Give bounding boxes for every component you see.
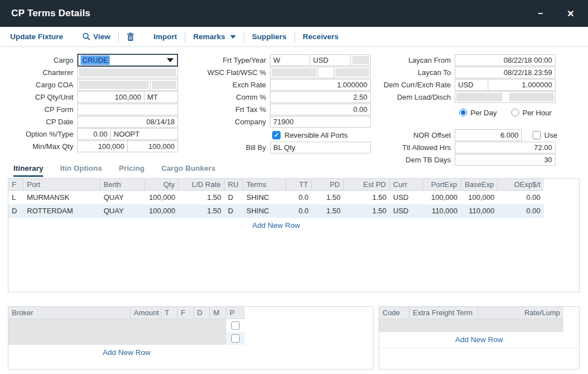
extra-freight-empty-row[interactable] bbox=[379, 319, 563, 332]
company-label: Company bbox=[181, 118, 270, 126]
suppliers-button[interactable]: Suppliers bbox=[252, 32, 287, 41]
cell-baseexp: 100,000 bbox=[461, 191, 498, 204]
cp-unit-field[interactable]: MT bbox=[144, 91, 178, 103]
laycan-to-label: Laycan To bbox=[376, 68, 455, 77]
broker-p-checkbox[interactable] bbox=[231, 334, 240, 343]
col-header-est-pd[interactable]: Est PD bbox=[344, 179, 390, 190]
col-header-m[interactable]: M bbox=[210, 307, 226, 319]
laycan-from-label: Laycan From bbox=[376, 56, 455, 64]
reversible-all-ports-checkbox[interactable]: ✓ bbox=[272, 131, 281, 139]
max-qty-field[interactable]: 100,000 bbox=[127, 141, 178, 152]
itinerary-add-new-row-link[interactable]: Add New Row bbox=[8, 218, 544, 230]
cell-ru: D bbox=[225, 204, 243, 218]
col-header-extra-freight-term[interactable]: Extra Freight Term bbox=[409, 307, 478, 319]
col-header-broker[interactable]: Broker bbox=[8, 307, 130, 319]
frt-curr-field[interactable]: USD bbox=[310, 54, 351, 66]
cell-pd: 1.50 bbox=[312, 204, 344, 218]
broker-row[interactable] bbox=[8, 319, 245, 332]
col-header-amount[interactable]: Amount bbox=[130, 307, 161, 319]
frt-tax-field[interactable]: 0.00 bbox=[270, 104, 371, 115]
update-fixture-button[interactable]: Update Fixture bbox=[10, 32, 63, 41]
broker-row[interactable] bbox=[8, 332, 245, 345]
col-header-code[interactable]: Code bbox=[379, 307, 409, 319]
cell-curr: USD bbox=[390, 191, 423, 204]
dem-tb-days-label: Dem TB Days bbox=[376, 156, 455, 164]
col-header-t[interactable]: T bbox=[161, 307, 178, 319]
col-header-tt[interactable]: TT bbox=[286, 179, 312, 190]
dem-disch-disabled bbox=[509, 93, 554, 101]
col-header-port[interactable]: Port bbox=[24, 179, 100, 190]
cell-portexp: 100,000 bbox=[423, 191, 461, 204]
min-qty-field[interactable]: 100,000 bbox=[77, 141, 128, 152]
remarks-button[interactable]: Remarks bbox=[193, 32, 236, 41]
broker-add-new-row-link[interactable]: Add New Row bbox=[8, 345, 245, 357]
minimize-button[interactable]: – bbox=[528, 0, 553, 27]
cargo-coa-label: Cargo COA bbox=[2, 81, 77, 89]
cell-oexp: 0.00 bbox=[498, 191, 544, 204]
tab-pricing[interactable]: Pricing bbox=[119, 164, 144, 177]
option-type-field[interactable]: NOOPT bbox=[110, 128, 178, 140]
tab-itinerary[interactable]: Itinerary bbox=[13, 164, 43, 177]
option-pct-field[interactable]: 0.00 bbox=[77, 128, 111, 140]
update-fixture-label: Update Fixture bbox=[10, 32, 63, 41]
per-day-radio[interactable] bbox=[459, 109, 467, 116]
dem-curr-field[interactable]: USD bbox=[455, 79, 488, 91]
col-header-baseexp[interactable]: BaseExp bbox=[461, 179, 498, 190]
itinerary-row-rotterdam[interactable]: D ROTTERDAM QUAY 100,000 1.50 D SHINC 0.… bbox=[8, 204, 544, 218]
itinerary-row-murmansk[interactable]: L MURMANSK QUAY 100,000 1.50 D SHINC 0.0… bbox=[8, 191, 544, 204]
col-header-oexp[interactable]: OExp$/t bbox=[498, 179, 544, 190]
search-icon bbox=[82, 32, 91, 41]
col-header-rate-lump[interactable]: Rate/Lump bbox=[478, 307, 563, 319]
cargo-select[interactable]: CRUDE bbox=[77, 54, 178, 67]
comm-pct-field[interactable]: 2.50 bbox=[270, 91, 371, 103]
cell-port: MURMANSK bbox=[24, 191, 100, 204]
per-hour-radio[interactable] bbox=[511, 109, 519, 116]
tab-itin-options[interactable]: Itin Options bbox=[60, 164, 102, 177]
cp-date-field[interactable]: 08/14/18 bbox=[77, 116, 178, 128]
trash-icon bbox=[127, 32, 134, 41]
col-header-f[interactable]: F bbox=[178, 307, 194, 319]
cp-form-label: CP Form bbox=[2, 105, 77, 114]
extra-freight-add-new-row-link[interactable]: Add New Row bbox=[379, 332, 579, 348]
import-button[interactable]: Import bbox=[153, 32, 177, 41]
cargo-coa-field-2 bbox=[150, 79, 178, 91]
delete-button[interactable] bbox=[127, 32, 134, 41]
ttl-allowed-hrs-field[interactable]: 72.00 bbox=[455, 142, 556, 153]
col-header-p[interactable]: P bbox=[226, 307, 245, 319]
use-checkbox[interactable] bbox=[533, 131, 541, 139]
nor-offset-field[interactable]: 6.000 bbox=[455, 129, 522, 141]
col-header-pd[interactable]: PD bbox=[312, 179, 344, 190]
close-button[interactable]: ✕ bbox=[558, 0, 584, 27]
dem-load-disch-label: Dem Load/Disch bbox=[376, 93, 455, 101]
bill-by-field[interactable]: BL Qty bbox=[270, 142, 371, 153]
cell-port: ROTTERDAM bbox=[24, 204, 100, 218]
view-button[interactable]: View bbox=[82, 32, 111, 41]
laycan-from-field[interactable]: 08/22/18 00:00 bbox=[455, 54, 556, 66]
receivers-button[interactable]: Receivers bbox=[303, 32, 339, 41]
col-header-curr[interactable]: Curr bbox=[390, 179, 423, 190]
frt-year-field bbox=[351, 54, 371, 66]
exch-rate-field[interactable]: 1.000000 bbox=[270, 79, 371, 91]
col-header-ru[interactable]: RU bbox=[225, 179, 243, 190]
wsc-mid-field[interactable] bbox=[318, 67, 334, 78]
col-header-portexp[interactable]: PortExp bbox=[423, 179, 461, 190]
cell-est-pd: 1.50 bbox=[344, 204, 390, 218]
cp-qty-field[interactable]: 100,000 bbox=[77, 91, 144, 103]
dem-exch-field[interactable]: 1.000000 bbox=[488, 79, 556, 91]
col-header-qty[interactable]: Qty bbox=[145, 179, 179, 190]
toolbar-separator bbox=[295, 32, 295, 42]
dem-tb-days-field[interactable]: 30 bbox=[455, 154, 556, 166]
laycan-to-field[interactable]: 08/22/18 23:59 bbox=[455, 67, 556, 78]
company-field[interactable]: 71900 bbox=[270, 116, 371, 128]
tab-cargo-bunkers[interactable]: Cargo Bunkers bbox=[161, 164, 216, 177]
broker-p-checkbox[interactable] bbox=[231, 321, 240, 330]
frt-type-field[interactable]: W bbox=[270, 54, 310, 66]
extra-freight-panel: Code Extra Freight Term Rate/Lump Add Ne… bbox=[379, 306, 580, 370]
option-pct-type-label: Option %/Type bbox=[2, 130, 77, 138]
col-header-berth[interactable]: Berth bbox=[100, 179, 145, 190]
col-header-f[interactable]: F bbox=[8, 179, 24, 190]
col-header-terms[interactable]: Terms bbox=[243, 179, 286, 190]
col-header-ld-rate[interactable]: L/D Rate bbox=[179, 179, 225, 190]
cp-form-field[interactable] bbox=[77, 104, 178, 115]
col-header-d[interactable]: D bbox=[194, 307, 210, 319]
